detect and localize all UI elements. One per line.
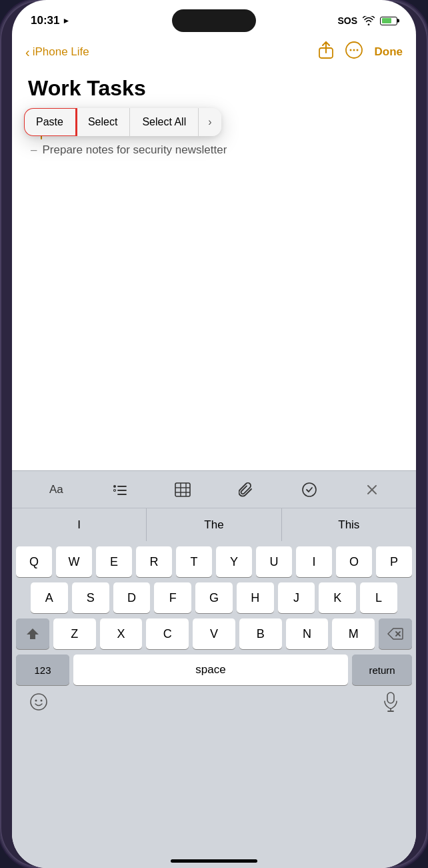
paste-button[interactable]: Paste [24, 108, 76, 136]
select-all-label: Select All [142, 116, 186, 128]
key-u[interactable]: U [256, 546, 292, 577]
context-menu: Paste Select Select All › [24, 108, 221, 136]
note-line-2: – Prepare notes for security newsletter [31, 143, 400, 157]
svg-point-6 [113, 489, 115, 491]
svg-point-2 [349, 49, 351, 51]
page-title: Work Tasks [28, 76, 400, 101]
key-123[interactable]: 123 [16, 655, 69, 685]
battery-tip [397, 19, 399, 23]
key-return[interactable]: return [352, 655, 412, 685]
status-time: 10:31 ► [31, 14, 70, 27]
emoji-button[interactable] [29, 693, 48, 715]
format-table-button[interactable] [175, 482, 191, 497]
key-f[interactable]: F [154, 582, 191, 613]
key-123-label: 123 [34, 665, 51, 676]
note-area: – n article – – Prepare notes for securi… [28, 110, 400, 337]
status-right: SOS [337, 15, 397, 26]
select-all-button[interactable]: Select All [130, 108, 199, 136]
context-menu-chevron[interactable]: › [199, 108, 221, 136]
svg-point-5 [113, 485, 116, 488]
svg-rect-10 [175, 483, 190, 496]
key-e[interactable]: E [96, 546, 132, 577]
key-w[interactable]: W [56, 546, 92, 577]
key-j[interactable]: J [278, 582, 315, 613]
battery-container [380, 17, 397, 25]
key-row-3: Z X C V B N M [16, 618, 412, 649]
phone-frame: 10:31 ► SOS [0, 0, 428, 868]
chevron-right-icon: › [208, 116, 211, 128]
key-row-bottom: 123 space return [16, 655, 412, 685]
mic-button[interactable] [383, 692, 399, 716]
dash-icon-3: – [31, 143, 37, 157]
nav-actions: Done [319, 41, 403, 63]
key-g[interactable]: G [195, 582, 233, 613]
battery-fill [382, 18, 392, 23]
key-o[interactable]: O [336, 546, 372, 577]
content-area: Work Tasks Paste Select Select All › [12, 71, 416, 337]
note-line-2-text: Prepare notes for security newsletter [42, 143, 227, 157]
home-indicator [171, 859, 257, 863]
shift-key[interactable] [16, 618, 49, 649]
key-n[interactable]: N [286, 618, 329, 649]
select-button[interactable]: Select [76, 108, 130, 136]
select-label: Select [88, 116, 117, 128]
key-i[interactable]: I [296, 546, 332, 577]
format-markup-button[interactable] [301, 482, 317, 498]
key-s[interactable]: S [72, 582, 109, 613]
key-row-2: A S D F G H J K L [16, 582, 412, 613]
dynamic-island [172, 9, 256, 32]
key-m[interactable]: M [332, 618, 375, 649]
autocomplete-bar: I The This [12, 508, 416, 541]
svg-point-20 [31, 694, 47, 710]
svg-point-21 [35, 700, 37, 702]
key-d[interactable]: D [113, 582, 151, 613]
sos-label: SOS [337, 15, 357, 26]
format-list-button[interactable] [111, 482, 127, 497]
paste-label: Paste [36, 116, 63, 128]
key-return-label: return [369, 665, 395, 676]
format-aa-button[interactable]: Aa [49, 483, 63, 496]
key-z[interactable]: Z [53, 618, 96, 649]
autocomplete-item-1[interactable]: I [12, 508, 147, 541]
key-q[interactable]: Q [16, 546, 52, 577]
key-y[interactable]: Y [216, 546, 252, 577]
autocomplete-text-3: This [338, 518, 359, 532]
key-space[interactable]: space [73, 655, 348, 685]
autocomplete-item-3[interactable]: This [282, 508, 416, 541]
key-h[interactable]: H [237, 582, 274, 613]
back-label[interactable]: iPhone Life [33, 45, 89, 59]
key-l[interactable]: L [360, 582, 397, 613]
done-button[interactable]: Done [375, 45, 403, 59]
autocomplete-text-1: I [77, 518, 81, 532]
svg-rect-23 [387, 693, 394, 703]
key-x[interactable]: X [100, 618, 143, 649]
wifi-icon [363, 16, 375, 25]
format-attach-button[interactable] [239, 482, 253, 498]
key-p[interactable]: P [376, 546, 412, 577]
format-close-button[interactable] [365, 483, 379, 496]
back-chevron-icon: ‹ [25, 45, 30, 60]
svg-point-4 [356, 49, 358, 51]
key-space-label: space [195, 663, 225, 677]
share-icon[interactable] [319, 41, 333, 63]
nav-bar: ‹ iPhone Life [12, 36, 416, 71]
keyboard: Q W E R T Y U I O P A S D F G H J K [12, 541, 416, 868]
autocomplete-text-2: The [204, 518, 223, 532]
delete-key[interactable] [379, 618, 412, 649]
phone-screen: 10:31 ► SOS [12, 0, 416, 868]
back-button[interactable]: ‹ iPhone Life [25, 45, 89, 60]
key-a[interactable]: A [31, 582, 68, 613]
key-c[interactable]: C [146, 618, 189, 649]
time-display: 10:31 [31, 14, 59, 27]
key-k[interactable]: K [319, 582, 356, 613]
key-t[interactable]: T [176, 546, 212, 577]
key-b[interactable]: B [239, 618, 282, 649]
svg-point-3 [353, 49, 355, 51]
emoji-row [16, 685, 412, 719]
battery-icon [380, 17, 397, 25]
autocomplete-item-2[interactable]: The [147, 508, 281, 541]
key-v[interactable]: V [193, 618, 235, 649]
key-r[interactable]: R [136, 546, 172, 577]
location-icon: ► [62, 16, 70, 25]
more-icon[interactable] [345, 41, 363, 63]
